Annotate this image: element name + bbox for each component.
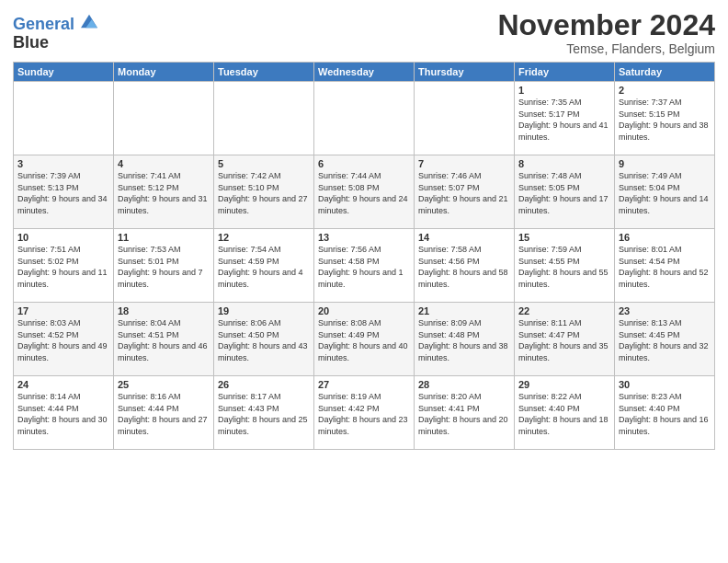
day-info: Sunrise: 8:22 AM Sunset: 4:40 PM Dayligh… [518, 391, 610, 437]
table-row: 2Sunrise: 7:37 AM Sunset: 5:15 PM Daylig… [615, 82, 715, 155]
header-tuesday: Tuesday [214, 63, 314, 82]
calendar-table: Sunday Monday Tuesday Wednesday Thursday… [13, 62, 715, 450]
header-wednesday: Wednesday [314, 63, 415, 82]
header-saturday: Saturday [615, 63, 715, 82]
day-info: Sunrise: 7:35 AM Sunset: 5:17 PM Dayligh… [518, 97, 610, 143]
table-row [415, 82, 515, 155]
day-info: Sunrise: 8:20 AM Sunset: 4:41 PM Dayligh… [418, 391, 510, 437]
table-row: 27Sunrise: 8:19 AM Sunset: 4:42 PM Dayli… [314, 376, 415, 450]
table-row: 18Sunrise: 8:04 AM Sunset: 4:51 PM Dayli… [114, 303, 214, 376]
day-info: Sunrise: 7:53 AM Sunset: 5:01 PM Dayligh… [118, 244, 210, 290]
table-row: 15Sunrise: 7:59 AM Sunset: 4:55 PM Dayli… [515, 229, 615, 303]
day-number: 22 [518, 305, 610, 316]
header: General Blue November 2024 Temse, Flande… [13, 9, 715, 56]
day-number: 4 [118, 158, 210, 169]
day-number: 18 [118, 305, 210, 316]
table-row: 14Sunrise: 7:58 AM Sunset: 4:56 PM Dayli… [415, 229, 515, 303]
day-number: 24 [17, 379, 109, 390]
table-row: 12Sunrise: 7:54 AM Sunset: 4:59 PM Dayli… [214, 229, 314, 303]
day-number: 1 [518, 85, 610, 96]
table-row: 29Sunrise: 8:22 AM Sunset: 4:40 PM Dayli… [515, 376, 615, 450]
day-number: 23 [619, 305, 711, 316]
table-row: 6Sunrise: 7:44 AM Sunset: 5:08 PM Daylig… [314, 155, 415, 229]
day-number: 16 [619, 232, 711, 243]
day-number: 30 [619, 379, 711, 390]
day-info: Sunrise: 7:37 AM Sunset: 5:15 PM Dayligh… [619, 97, 711, 143]
table-row: 16Sunrise: 8:01 AM Sunset: 4:54 PM Dayli… [615, 229, 715, 303]
logo-icon [81, 13, 97, 29]
logo-line1: General [13, 15, 74, 33]
header-thursday: Thursday [415, 63, 515, 82]
day-info: Sunrise: 8:23 AM Sunset: 4:40 PM Dayligh… [619, 391, 711, 437]
day-number: 10 [17, 232, 109, 243]
day-info: Sunrise: 8:11 AM Sunset: 4:47 PM Dayligh… [518, 317, 610, 363]
table-row: 13Sunrise: 7:56 AM Sunset: 4:58 PM Dayli… [314, 229, 415, 303]
day-number: 3 [17, 158, 109, 169]
day-number: 13 [318, 232, 410, 243]
table-row: 21Sunrise: 8:09 AM Sunset: 4:48 PM Dayli… [415, 303, 515, 376]
day-info: Sunrise: 7:41 AM Sunset: 5:12 PM Dayligh… [118, 170, 210, 216]
table-row: 26Sunrise: 8:17 AM Sunset: 4:43 PM Dayli… [214, 376, 314, 450]
title-block: November 2024 Temse, Flanders, Belgium [497, 9, 715, 56]
calendar-week-row: 10Sunrise: 7:51 AM Sunset: 5:02 PM Dayli… [14, 229, 715, 303]
calendar-week-row: 1Sunrise: 7:35 AM Sunset: 5:17 PM Daylig… [14, 82, 715, 155]
day-number: 25 [118, 379, 210, 390]
page-container: General Blue November 2024 Temse, Flande… [0, 0, 728, 563]
table-row: 9Sunrise: 7:49 AM Sunset: 5:04 PM Daylig… [615, 155, 715, 229]
table-row [314, 82, 415, 155]
day-info: Sunrise: 7:49 AM Sunset: 5:04 PM Dayligh… [619, 170, 711, 216]
table-row: 17Sunrise: 8:03 AM Sunset: 4:52 PM Dayli… [14, 303, 114, 376]
day-number: 7 [418, 158, 510, 169]
logo-text: General Blue [13, 13, 97, 52]
table-row: 28Sunrise: 8:20 AM Sunset: 4:41 PM Dayli… [415, 376, 515, 450]
header-sunday: Sunday [14, 63, 114, 82]
logo-line2: Blue [13, 34, 97, 52]
day-info: Sunrise: 7:51 AM Sunset: 5:02 PM Dayligh… [17, 244, 109, 290]
table-row [214, 82, 314, 155]
day-info: Sunrise: 8:06 AM Sunset: 4:50 PM Dayligh… [218, 317, 310, 363]
day-info: Sunrise: 7:44 AM Sunset: 5:08 PM Dayligh… [318, 170, 410, 216]
day-info: Sunrise: 7:59 AM Sunset: 4:55 PM Dayligh… [518, 244, 610, 290]
table-row: 30Sunrise: 8:23 AM Sunset: 4:40 PM Dayli… [615, 376, 715, 450]
day-info: Sunrise: 8:04 AM Sunset: 4:51 PM Dayligh… [118, 317, 210, 363]
table-row: 19Sunrise: 8:06 AM Sunset: 4:50 PM Dayli… [214, 303, 314, 376]
table-row: 4Sunrise: 7:41 AM Sunset: 5:12 PM Daylig… [114, 155, 214, 229]
day-info: Sunrise: 7:54 AM Sunset: 4:59 PM Dayligh… [218, 244, 310, 290]
day-number: 27 [318, 379, 410, 390]
table-row: 22Sunrise: 8:11 AM Sunset: 4:47 PM Dayli… [515, 303, 615, 376]
day-number: 15 [518, 232, 610, 243]
day-number: 8 [518, 158, 610, 169]
day-info: Sunrise: 7:39 AM Sunset: 5:13 PM Dayligh… [17, 170, 109, 216]
day-number: 9 [619, 158, 711, 169]
day-info: Sunrise: 7:58 AM Sunset: 4:56 PM Dayligh… [418, 244, 510, 290]
header-monday: Monday [114, 63, 214, 82]
table-row: 11Sunrise: 7:53 AM Sunset: 5:01 PM Dayli… [114, 229, 214, 303]
table-row [114, 82, 214, 155]
table-row: 10Sunrise: 7:51 AM Sunset: 5:02 PM Dayli… [14, 229, 114, 303]
table-row: 23Sunrise: 8:13 AM Sunset: 4:45 PM Dayli… [615, 303, 715, 376]
month-title: November 2024 [497, 9, 715, 41]
calendar-week-row: 17Sunrise: 8:03 AM Sunset: 4:52 PM Dayli… [14, 303, 715, 376]
calendar-week-row: 3Sunrise: 7:39 AM Sunset: 5:13 PM Daylig… [14, 155, 715, 229]
day-number: 29 [518, 379, 610, 390]
day-info: Sunrise: 7:48 AM Sunset: 5:05 PM Dayligh… [518, 170, 610, 216]
day-info: Sunrise: 8:01 AM Sunset: 4:54 PM Dayligh… [619, 244, 711, 290]
table-row: 20Sunrise: 8:08 AM Sunset: 4:49 PM Dayli… [314, 303, 415, 376]
day-number: 2 [619, 85, 711, 96]
logo: General Blue [13, 13, 97, 52]
day-info: Sunrise: 8:03 AM Sunset: 4:52 PM Dayligh… [17, 317, 109, 363]
table-row: 7Sunrise: 7:46 AM Sunset: 5:07 PM Daylig… [415, 155, 515, 229]
day-number: 21 [418, 305, 510, 316]
day-info: Sunrise: 8:09 AM Sunset: 4:48 PM Dayligh… [418, 317, 510, 363]
day-info: Sunrise: 7:46 AM Sunset: 5:07 PM Dayligh… [418, 170, 510, 216]
header-friday: Friday [515, 63, 615, 82]
day-info: Sunrise: 8:16 AM Sunset: 4:44 PM Dayligh… [118, 391, 210, 437]
day-number: 6 [318, 158, 410, 169]
day-info: Sunrise: 8:19 AM Sunset: 4:42 PM Dayligh… [318, 391, 410, 437]
day-info: Sunrise: 8:13 AM Sunset: 4:45 PM Dayligh… [619, 317, 711, 363]
table-row: 25Sunrise: 8:16 AM Sunset: 4:44 PM Dayli… [114, 376, 214, 450]
table-row: 3Sunrise: 7:39 AM Sunset: 5:13 PM Daylig… [14, 155, 114, 229]
table-row: 1Sunrise: 7:35 AM Sunset: 5:17 PM Daylig… [515, 82, 615, 155]
day-info: Sunrise: 7:56 AM Sunset: 4:58 PM Dayligh… [318, 244, 410, 290]
table-row: 5Sunrise: 7:42 AM Sunset: 5:10 PM Daylig… [214, 155, 314, 229]
